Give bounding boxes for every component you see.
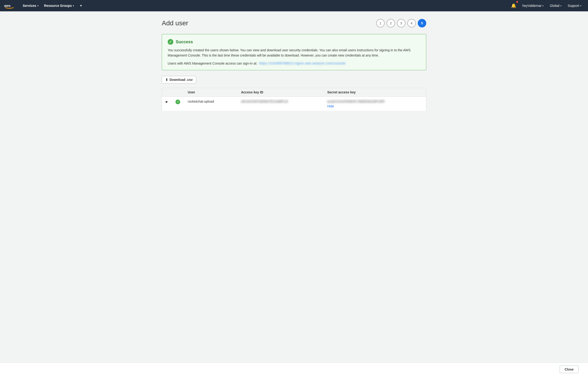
access-key-value: AKIAIOSFODNN7EXAMPLE bbox=[241, 100, 288, 103]
table-row: ▶ ✓ rocketchat-upload AKIAIOSFODNN7EXAMP… bbox=[162, 97, 426, 111]
expand-arrow-icon[interactable]: ▶ bbox=[166, 100, 168, 103]
hide-secret-link[interactable]: Hide bbox=[327, 104, 422, 108]
row-access-key-cell: AKIAIOSFODNN7EXAMPLE bbox=[237, 97, 324, 111]
success-description: You successfully created the users shown… bbox=[168, 47, 420, 58]
support-chevron-icon: ▾ bbox=[580, 4, 581, 7]
aws-logo[interactable]: aws bbox=[4, 2, 15, 9]
main-content: Add user 1 2 3 4 5 ✓ Success You success… bbox=[152, 11, 436, 130]
success-title: Success bbox=[176, 40, 193, 44]
navbar: aws Services ▾ Resource Groups ▾ ✦ 🔔 hey… bbox=[0, 0, 588, 11]
col-secret-access-key: Secret access key bbox=[324, 88, 426, 97]
step-5: 5 bbox=[418, 19, 426, 27]
nav-services[interactable]: Services ▾ bbox=[20, 0, 41, 11]
users-table: User Access key ID Secret access key ▶ ✓… bbox=[162, 88, 426, 111]
col-user: User bbox=[184, 88, 237, 97]
nav-resource-groups[interactable]: Resource Groups ▾ bbox=[41, 0, 77, 11]
nav-pin[interactable]: ✦ bbox=[77, 0, 85, 11]
console-access-text: Users with AWS Management Console access… bbox=[168, 61, 257, 65]
download-csv-button[interactable]: ⬇ Download .csv bbox=[162, 76, 196, 83]
step-3: 3 bbox=[397, 19, 405, 27]
sign-in-url[interactable]: https://123456789012.signin.aws.amazon.c… bbox=[259, 61, 346, 65]
resource-groups-chevron-icon: ▾ bbox=[73, 4, 74, 7]
notification-badge bbox=[516, 1, 518, 3]
success-box: ✓ Success You successfully created the u… bbox=[162, 34, 426, 70]
step-4: 4 bbox=[407, 19, 416, 27]
page-header: Add user 1 2 3 4 5 bbox=[162, 19, 426, 27]
step-2: 2 bbox=[387, 19, 395, 27]
page-title: Add user bbox=[162, 19, 188, 27]
user-chevron-icon: ▾ bbox=[542, 4, 544, 7]
col-expand bbox=[162, 88, 172, 97]
step-1: 1 bbox=[376, 19, 385, 27]
row-username-cell: rocketchat-upload bbox=[184, 97, 237, 111]
svg-text:aws: aws bbox=[4, 4, 11, 8]
page-footer: Close bbox=[0, 363, 588, 376]
row-expand-cell[interactable]: ▶ bbox=[162, 97, 172, 111]
nav-support[interactable]: Support ▾ bbox=[565, 0, 584, 11]
close-button[interactable]: Close bbox=[560, 365, 578, 373]
bell-icon: 🔔 bbox=[511, 3, 516, 8]
nav-region[interactable]: Global ▾ bbox=[547, 0, 564, 11]
pin-icon: ✦ bbox=[80, 4, 83, 8]
download-icon: ⬇ bbox=[165, 78, 168, 82]
services-chevron-icon: ▾ bbox=[37, 4, 39, 7]
row-success-icon: ✓ bbox=[176, 100, 180, 104]
success-check-icon: ✓ bbox=[168, 39, 173, 45]
col-icon bbox=[172, 88, 184, 97]
nav-notifications[interactable]: 🔔 bbox=[508, 0, 519, 11]
secret-key-value: wJalrXUtnFEMI/K7MDENG/bPxRfi bbox=[327, 100, 385, 103]
col-access-key-id: Access key ID bbox=[237, 88, 324, 97]
success-signin-row: Users with AWS Management Console access… bbox=[168, 61, 420, 65]
row-secret-key-cell: wJalrXUtnFEMI/K7MDENG/bPxRfi Hide bbox=[324, 97, 426, 111]
row-status-cell: ✓ bbox=[172, 97, 184, 111]
region-chevron-icon: ▾ bbox=[560, 4, 562, 7]
success-header: ✓ Success bbox=[168, 39, 420, 45]
step-indicators: 1 2 3 4 5 bbox=[376, 19, 426, 27]
nav-user-menu[interactable]: heyValdemar ▾ bbox=[520, 0, 546, 11]
